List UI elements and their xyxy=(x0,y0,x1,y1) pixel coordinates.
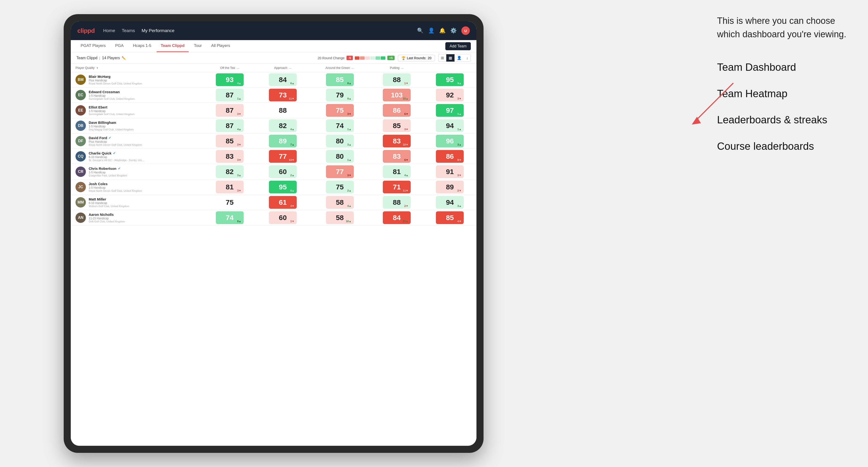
score-cell-7-1[interactable]: 95 8▲ xyxy=(256,180,309,195)
score-cell-6-4[interactable]: 91 3▼ xyxy=(423,164,476,180)
score-cell-1-3[interactable]: 103 15▲ xyxy=(370,88,423,103)
col-around-green[interactable]: Around the Green — xyxy=(309,64,370,72)
score-cell-8-3[interactable]: 88 2▼ xyxy=(370,195,423,210)
score-cell-1-2[interactable]: 79 9▲ xyxy=(309,88,370,103)
col-putting[interactable]: Putting — xyxy=(370,64,423,72)
score-cell-8-2[interactable]: 58 4▲ xyxy=(309,195,370,210)
score-cell-3-2[interactable]: 74 1▲ xyxy=(309,118,370,133)
score-cell-7-0[interactable]: 81 3▼ xyxy=(203,180,256,195)
score-cell-4-1[interactable]: 89 7▲ xyxy=(256,133,309,149)
score-change: 6▼ xyxy=(404,113,408,115)
score-cell-9-1[interactable]: 60 1▼ xyxy=(256,210,309,225)
score-change: 4▲ xyxy=(404,174,408,177)
score-box-2-0: 87 3▼ xyxy=(216,104,244,117)
tab-pgat-players[interactable]: PGAT Players xyxy=(76,40,110,52)
score-cell-6-0[interactable]: 82 3▲ xyxy=(203,164,256,180)
tab-tour[interactable]: Tour xyxy=(190,40,206,52)
score-cell-2-2[interactable]: 75 3▼ xyxy=(309,103,370,118)
score-cell-4-2[interactable]: 80 3▲ xyxy=(309,133,370,149)
score-cell-0-1[interactable]: 84 6▲ xyxy=(256,72,309,88)
score-box-1-2: 79 9▲ xyxy=(326,89,354,101)
score-cell-2-1[interactable]: 88 xyxy=(256,103,309,118)
score-box-5-0: 83 3▼ xyxy=(216,150,244,163)
player-cell-9[interactable]: AN Aaron Nicholls 11-15 Handicap Drift G… xyxy=(71,210,203,225)
score-cell-6-3[interactable]: 81 4▲ xyxy=(370,164,423,180)
col-off-tee[interactable]: Off the Tee — xyxy=(203,64,256,72)
search-icon[interactable]: 🔍 xyxy=(417,28,423,34)
avatar[interactable]: U xyxy=(461,26,470,35)
score-cell-9-4[interactable]: 85 4▼ xyxy=(423,210,476,225)
tab-hcaps[interactable]: Hcaps 1-5 xyxy=(129,40,155,52)
score-cell-7-2[interactable]: 75 2▲ xyxy=(309,180,370,195)
score-box-6-0: 82 3▲ xyxy=(216,165,244,178)
nav-my-performance[interactable]: My Performance xyxy=(142,27,174,34)
score-cell-9-0[interactable]: 74 8▲ xyxy=(203,210,256,225)
score-cell-8-4[interactable]: 94 3▲ xyxy=(423,195,476,210)
player-cell-8[interactable]: MM Matt Miller 6-10 Handicap Woburn Golf… xyxy=(71,195,203,210)
player-cell-0[interactable]: BM Blair McHarg Plus Handicap Royal Nort… xyxy=(71,72,203,88)
last-rounds-button[interactable]: 🏆 Last Rounds: 20 xyxy=(398,55,435,61)
nav-teams[interactable]: Teams xyxy=(122,27,135,34)
score-cell-9-2[interactable]: 58 10▲ xyxy=(309,210,370,225)
score-cell-9-3[interactable]: 84 21▲ xyxy=(370,210,423,225)
score-cell-3-4[interactable]: 94 1▲ xyxy=(423,118,476,133)
score-cell-3-3[interactable]: 85 3▼ xyxy=(370,118,423,133)
score-cell-6-1[interactable]: 60 2▲ xyxy=(256,164,309,180)
score-cell-7-4[interactable]: 89 2▼ xyxy=(423,180,476,195)
nav-links: Home Teams My Performance xyxy=(103,27,417,34)
nav-home[interactable]: Home xyxy=(103,27,115,34)
score-box-5-3: 83 6▼ xyxy=(383,150,411,163)
score-cell-2-0[interactable]: 87 3▼ xyxy=(203,103,256,118)
score-cell-5-0[interactable]: 83 3▼ xyxy=(203,149,256,164)
score-cell-5-4[interactable]: 86 8▼ xyxy=(423,149,476,164)
score-cell-7-3[interactable]: 71 11▼ xyxy=(370,180,423,195)
tab-pga[interactable]: PGA xyxy=(111,40,128,52)
tab-team-clippd[interactable]: Team Clippd xyxy=(157,40,189,52)
score-cell-0-0[interactable]: 93 4▲ xyxy=(203,72,256,88)
score-cell-1-0[interactable]: 87 1▲ xyxy=(203,88,256,103)
bell-icon[interactable]: 🔔 xyxy=(439,28,445,34)
team-header: Team Clippd | 14 Players ✏️ 20 Round Cha… xyxy=(71,52,476,64)
person-icon[interactable]: 👤 xyxy=(428,28,434,34)
score-value-2-2: 75 xyxy=(336,106,344,115)
player-cell-1[interactable]: EC Edward Crossman 1-5 Handicap Sunningd… xyxy=(71,88,203,103)
score-cell-1-1[interactable]: 73 11▼ xyxy=(256,88,309,103)
table-row: DF David Ford ✔ Plus Handicap Royal Nort… xyxy=(71,133,476,149)
add-team-button[interactable]: Add Team xyxy=(445,42,471,50)
score-cell-5-2[interactable]: 80 1▲ xyxy=(309,149,370,164)
player-cell-2[interactable]: EE Elliot Ebert 1-5 Handicap Sunningdale… xyxy=(71,103,203,118)
view-person-btn[interactable]: 👤 xyxy=(455,54,464,62)
score-cell-6-2[interactable]: 77 3▼ xyxy=(309,164,370,180)
player-cell-3[interactable]: DB Dave Billingham 1-5 Handicap Gog Mago… xyxy=(71,118,203,133)
score-cell-3-0[interactable]: 87 4▲ xyxy=(203,118,256,133)
view-download-btn[interactable]: ↓ xyxy=(464,54,470,62)
score-cell-5-1[interactable]: 77 14▼ xyxy=(256,149,309,164)
tab-all-players[interactable]: All Players xyxy=(207,40,234,52)
score-cell-4-4[interactable]: 96 3▲ xyxy=(423,133,476,149)
annotation-area: This is where you can choose which dashb… xyxy=(717,14,854,165)
sort-icon-4: — xyxy=(401,66,404,69)
player-cell-4[interactable]: DF David Ford ✔ Plus Handicap Royal Nort… xyxy=(71,133,203,149)
score-cell-1-4[interactable]: 92 3▼ xyxy=(423,88,476,103)
view-heatmap-btn[interactable]: ▦ xyxy=(446,54,455,62)
score-cell-8-0[interactable]: 75 xyxy=(203,195,256,210)
score-cell-0-2[interactable]: 85 8▲ xyxy=(309,72,370,88)
player-cell-7[interactable]: JC Josh Coles 1-5 Handicap Royal North D… xyxy=(71,180,203,195)
view-grid-btn[interactable]: ⊞ xyxy=(438,54,446,62)
score-cell-2-3[interactable]: 86 6▼ xyxy=(370,103,423,118)
score-cell-4-3[interactable]: 83 10▼ xyxy=(370,133,423,149)
score-cell-0-3[interactable]: 88 1▼ xyxy=(370,72,423,88)
col-approach[interactable]: Approach — xyxy=(256,64,309,72)
edit-icon[interactable]: ✏️ xyxy=(122,56,126,60)
score-cell-0-4[interactable]: 95 9▲ xyxy=(423,72,476,88)
score-cell-5-3[interactable]: 83 6▼ xyxy=(370,149,423,164)
score-cell-3-1[interactable]: 82 4▲ xyxy=(256,118,309,133)
score-cell-2-4[interactable]: 97 5▲ xyxy=(423,103,476,118)
score-cell-8-1[interactable]: 61 3▼ xyxy=(256,195,309,210)
score-value-9-3: 84 xyxy=(393,214,401,222)
player-cell-6[interactable]: CR Chris Robertson ✔ 1-5 Handicap Craigm… xyxy=(71,164,203,180)
col-player-quality[interactable]: Player Quality ▼ xyxy=(71,64,203,72)
player-cell-5[interactable]: CQ Charlie Quick ✔ 6-10 Handicap St. Geo… xyxy=(71,149,203,164)
settings-icon[interactable]: ⚙️ xyxy=(450,28,457,34)
score-cell-4-0[interactable]: 85 3▼ xyxy=(203,133,256,149)
